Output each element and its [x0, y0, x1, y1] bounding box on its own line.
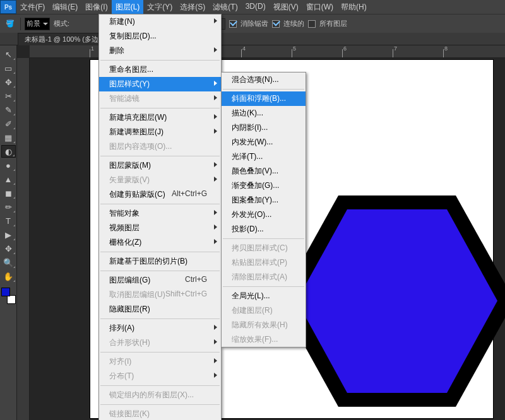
style-submenu-item-label: 斜面和浮雕(B)... [232, 93, 286, 104]
foreground-background-swatch[interactable] [1, 288, 16, 304]
tool-slot-5[interactable]: ✐ [1, 117, 16, 130]
layer-menu-item-9[interactable]: 新建调整图层(J) [99, 125, 221, 139]
style-submenu-item-label: 内阴影(I)... [232, 122, 268, 133]
submenu-arrow-icon [214, 239, 217, 244]
style-submenu-item-13: 拷贝图层样式(C) [222, 241, 306, 255]
style-submenu-item-label: 光泽(T)... [232, 151, 263, 162]
all-layers-label: 所有图层 [319, 19, 347, 28]
style-submenu-item-label: 描边(K)... [232, 108, 263, 119]
layer-menu-item-18[interactable]: 栅格化(Z) [99, 235, 221, 250]
style-submenu-item-20: 缩放效果(F)... [222, 332, 306, 347]
tool-slot-11[interactable]: ✏ [1, 201, 16, 213]
ruler-vertical [17, 58, 30, 420]
submenu-arrow-icon [214, 114, 217, 119]
style-submenu-item-label: 粘贴图层样式(P) [232, 257, 287, 268]
tool-slot-4[interactable]: ✎ [1, 103, 16, 116]
document-tab-strip: 未标题-1 @ 100% (多边形 1 [0, 33, 505, 45]
hexagon-shape[interactable] [280, 195, 505, 407]
all-layers-checkbox[interactable] [308, 20, 316, 28]
layer-menu-item-8[interactable]: 新建填充图层(W) [99, 110, 221, 125]
style-submenu-item-3[interactable]: 描边(K)... [222, 106, 306, 120]
menu-视图[interactable]: 视图(V) [270, 0, 302, 14]
style-submenu-item-4[interactable]: 内阴影(I)... [222, 120, 306, 135]
layer-menu-item-label: 分布(T) [109, 371, 134, 382]
tool-slot-16[interactable]: ✋ [1, 270, 16, 283]
style-submenu-item-17[interactable]: 全局光(L)... [222, 289, 306, 303]
menu-图像[interactable]: 图像(I) [81, 0, 111, 14]
submenu-arrow-icon [214, 47, 217, 52]
style-submenu-item-label: 清除图层样式(A) [232, 272, 287, 283]
style-submenu-item-9[interactable]: 图案叠加(Y)... [222, 193, 306, 207]
layer-menu-item-29: 对齐(I) [99, 354, 221, 369]
tool-slot-9[interactable]: ▲ [1, 173, 16, 185]
style-submenu-item-label: 图案叠加(Y)... [232, 195, 278, 206]
app-logo: Ps [0, 0, 16, 14]
tool-slot-1[interactable]: ▭ [1, 62, 16, 74]
style-submenu-item-label: 渐变叠加(G)... [232, 180, 279, 191]
menubar: Ps 文件(F)编辑(E)图像(I)图层(L)文字(Y)选择(S)滤镜(T)3D… [0, 0, 505, 14]
submenu-arrow-icon [214, 358, 217, 363]
style-submenu-item-7[interactable]: 颜色叠加(V)... [222, 164, 306, 178]
tool-slot-10[interactable]: ◼ [1, 187, 16, 199]
layer-menu-item-6: 智能滤镜 [99, 91, 221, 106]
tool-slot-0[interactable]: ↖ [1, 48, 16, 61]
layer-menu-item-label: 视频图层 [109, 223, 140, 233]
layer-menu-item-24[interactable]: 隐藏图层(R) [99, 302, 221, 317]
tool-slot-3[interactable]: ✂ [1, 90, 16, 102]
menu-3d[interactable]: 3D(D) [242, 0, 270, 14]
style-submenu-item-label: 混合选项(N)... [232, 74, 279, 85]
layer-menu-item-17[interactable]: 视频图层 [99, 221, 221, 235]
tool-slot-6[interactable]: ▦ [1, 131, 16, 144]
layer-menu-item-20[interactable]: 新建基于图层的切片(B) [99, 254, 221, 269]
menu-滤镜[interactable]: 滤镜(T) [209, 0, 241, 14]
tool-slot-7[interactable]: ◐ [1, 145, 16, 158]
style-submenu-item-0[interactable]: 混合选项(N)... [222, 73, 306, 87]
menu-选择[interactable]: 选择(S) [176, 0, 209, 14]
fill-source-dropdown[interactable]: 前景 [25, 18, 50, 30]
layer-menu-item-0[interactable]: 新建(N) [99, 15, 221, 29]
submenu-arrow-icon [214, 339, 217, 344]
layer-menu-item-4[interactable]: 重命名图层... [99, 62, 221, 77]
layer-menu-item-label: 新建(N) [109, 16, 135, 27]
layer-menu-item-label: 创建剪贴蒙版(C) [109, 189, 165, 200]
submenu-arrow-icon [214, 177, 217, 182]
style-submenu-item-6[interactable]: 光泽(T)... [222, 149, 306, 164]
layer-menu-item-label: 排列(A) [109, 323, 134, 334]
tool-slot-2[interactable]: ✥ [1, 76, 16, 88]
menu-图层[interactable]: 图层(L) [112, 0, 144, 14]
ruler-tick-label: 8 [444, 45, 448, 52]
tool-slot-14[interactable]: ✥ [1, 242, 16, 255]
menu-文字[interactable]: 文字(Y) [143, 0, 176, 14]
layer-menu-item-10: 图层内容选项(O)... [99, 139, 221, 154]
style-submenu-item-10[interactable]: 外发光(O)... [222, 207, 306, 222]
tool-slot-12[interactable]: T [1, 214, 16, 227]
layer-menu-item-5[interactable]: 图层样式(Y) [99, 77, 221, 91]
layer-menu-item-label: 新建调整图层(J) [109, 127, 163, 137]
tool-slot-13[interactable]: ▶ [1, 228, 16, 241]
menu-编辑[interactable]: 编辑(E) [49, 0, 81, 14]
contiguous-checkbox[interactable] [272, 20, 280, 28]
layer-style-submenu: 混合选项(N)...斜面和浮雕(B)...描边(K)...内阴影(I)...内发… [221, 72, 306, 347]
layer-menu-item-12[interactable]: 图层蒙版(M) [99, 158, 221, 173]
style-submenu-item-2[interactable]: 斜面和浮雕(B)... [222, 91, 306, 106]
style-submenu-item-11[interactable]: 投影(D)... [222, 222, 306, 236]
menu-帮助[interactable]: 帮助(H) [337, 0, 371, 14]
style-submenu-item-5[interactable]: 内发光(W)... [222, 135, 306, 149]
submenu-arrow-icon [214, 18, 217, 23]
ruler-tick-label: 7 [394, 45, 397, 52]
menu-窗口[interactable]: 窗口(W) [302, 0, 337, 14]
tool-slot-8[interactable]: ● [1, 159, 16, 172]
style-submenu-item-8[interactable]: 渐变叠加(G)... [222, 178, 306, 193]
layer-menu-item-16[interactable]: 智能对象 [99, 206, 221, 221]
tool-slot-15[interactable]: 🔍 [1, 256, 16, 269]
layer-menu-item-2[interactable]: 删除 [99, 44, 221, 58]
submenu-arrow-icon [214, 325, 217, 330]
layer-menu-item-14[interactable]: 创建剪贴蒙版(C)Alt+Ctrl+G [99, 187, 221, 202]
antialias-checkbox[interactable] [229, 20, 237, 28]
layer-menu-item-22[interactable]: 图层编组(G)Ctrl+G [99, 273, 221, 288]
chevron-down-icon [43, 23, 48, 25]
layer-menu-item-26[interactable]: 排列(A) [99, 321, 221, 335]
style-submenu-item-label: 拷贝图层样式(C) [232, 243, 288, 254]
menu-文件[interactable]: 文件(F) [16, 0, 49, 14]
layer-menu-item-1[interactable]: 复制图层(D)... [99, 29, 221, 44]
